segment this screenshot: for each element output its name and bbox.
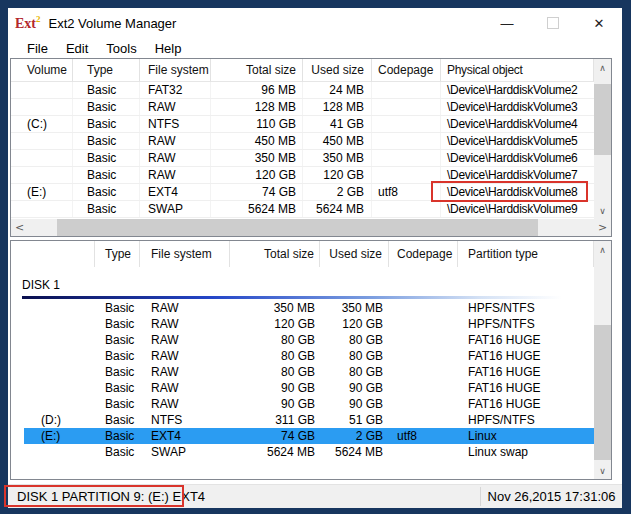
disks-table-row[interactable]: BasicRAW90 GB90 GBFAT16 HUGE xyxy=(11,380,594,396)
disks-cell-partition-type: FAT16 HUGE xyxy=(458,348,594,364)
disks-cell-total-size: 350 MB xyxy=(230,300,320,316)
volumes-column-header-codepage[interactable]: Codepage xyxy=(372,59,441,82)
disks-cell-partition-type: HPFS/NTFS xyxy=(458,316,594,332)
volumes-cell-volume: (E:) xyxy=(11,184,73,200)
volumes-cell-total-size: 110 GB xyxy=(211,116,303,132)
ext2-volume-manager-window: { "window": { "title": "Ext2 Volume Mana… xyxy=(0,0,631,514)
volumes-table-row[interactable]: BasicFAT3296 MB24 MB\Device\HarddiskVolu… xyxy=(11,82,594,99)
disks-vertical-scrollbar[interactable]: ∧ ∨ xyxy=(594,241,611,479)
disks-column-header-used-size[interactable]: Used size xyxy=(320,241,389,267)
disks-table-row[interactable]: BasicSWAP5624 MB5624 MBLinux swap xyxy=(11,444,594,460)
scroll-up-icon[interactable]: ∧ xyxy=(594,59,611,76)
volumes-cell-physical-object: \Device\HarddiskVolume3 xyxy=(441,99,594,115)
menu-file[interactable]: File xyxy=(18,38,57,58)
disks-table-row[interactable]: BasicRAW350 MB350 MBHPFS/NTFS xyxy=(11,300,594,316)
disks-table-row[interactable]: BasicRAW90 GB90 GBFAT16 HUGE xyxy=(11,396,594,412)
volumes-cell-codepage xyxy=(372,150,441,166)
disks-column-header-file-system[interactable]: File system xyxy=(140,241,230,267)
disks-cell-partition-type: Linux swap xyxy=(458,444,594,460)
volumes-table-row[interactable]: BasicSWAP5624 MB5624 MB\Device\HarddiskV… xyxy=(11,201,594,218)
disks-cell-partition-type: HPFS/NTFS xyxy=(458,412,594,428)
disks-cell-type: Basic xyxy=(95,444,140,460)
disks-column-header-codepage[interactable]: Codepage xyxy=(389,241,458,267)
disks-cell-total-size: 90 GB xyxy=(230,396,320,412)
disks-header: TypeFile systemTotal sizeUsed sizeCodepa… xyxy=(11,241,594,267)
volumes-table-row[interactable]: BasicRAW350 MB350 MB\Device\HarddiskVolu… xyxy=(11,150,594,167)
disks-cell-volume: (D:) xyxy=(11,412,95,428)
disks-cell-file-system: NTFS xyxy=(140,412,230,428)
volumes-cell-type: Basic xyxy=(73,167,140,183)
volumes-column-header-physical-object[interactable]: Physical object xyxy=(441,59,594,82)
volumes-cell-physical-object: \Device\HarddiskVolume2 xyxy=(441,82,594,98)
disks-cell-codepage xyxy=(389,316,458,332)
volumes-cell-volume xyxy=(11,150,73,166)
volumes-cell-type: Basic xyxy=(73,82,140,98)
volumes-column-header-used-size[interactable]: Used size xyxy=(303,59,372,82)
scroll-right-icon[interactable]: > xyxy=(594,219,611,236)
disks-cell-file-system: SWAP xyxy=(140,444,230,460)
close-icon: ✕ xyxy=(594,16,605,31)
scroll-up-icon[interactable]: ∧ xyxy=(594,241,611,258)
disks-cell-used-size: 5624 MB xyxy=(320,444,389,460)
volumes-cell-file-system: RAW xyxy=(140,99,211,115)
disks-table-row[interactable]: (E:)BasicEXT474 GB2 GButf8Linux xyxy=(11,428,594,444)
menu-help[interactable]: Help xyxy=(146,38,191,58)
menu-edit[interactable]: Edit xyxy=(57,38,97,58)
disks-table-row[interactable]: (D:)BasicNTFS311 GB51 GBHPFS/NTFS xyxy=(11,412,594,428)
volumes-table-row[interactable]: BasicRAW120 GB120 GB\Device\HarddiskVolu… xyxy=(11,167,594,184)
disks-rows: BasicRAW350 MB350 MBHPFS/NTFSBasicRAW120… xyxy=(11,300,594,460)
volumes-vscroll-thumb[interactable] xyxy=(594,84,611,155)
disks-table-row[interactable]: BasicRAW120 GB120 GBHPFS/NTFS xyxy=(11,316,594,332)
disks-table-row[interactable]: BasicRAW80 GB80 GBFAT16 HUGE xyxy=(11,364,594,380)
disks-cell-file-system: RAW xyxy=(140,364,230,380)
volumes-cell-used-size: 450 MB xyxy=(303,133,372,149)
volumes-table-row[interactable]: (C:)BasicNTFS110 GB41 GB\Device\Harddisk… xyxy=(11,116,594,133)
volumes-cell-type: Basic xyxy=(73,116,140,132)
disks-column-header-type[interactable]: Type xyxy=(95,241,140,267)
volumes-table-row[interactable]: BasicRAW128 MB128 MB\Device\HarddiskVolu… xyxy=(11,99,594,116)
disks-cell-volume xyxy=(11,444,95,460)
maximize-button[interactable] xyxy=(530,8,576,38)
volumes-cell-codepage xyxy=(372,82,441,98)
volumes-hscroll-thumb[interactable] xyxy=(57,219,538,236)
volumes-header: VolumeTypeFile systemTotal sizeUsed size… xyxy=(11,59,594,82)
volumes-table-row[interactable]: BasicRAW450 MB450 MB\Device\HarddiskVolu… xyxy=(11,133,594,150)
volumes-cell-type: Basic xyxy=(73,133,140,149)
volumes-vertical-scrollbar[interactable]: ∧ ∨ xyxy=(594,59,611,219)
disks-column-header-total-size[interactable]: Total size xyxy=(230,241,320,267)
disks-vscroll-thumb[interactable] xyxy=(594,325,611,460)
disks-cell-used-size: 51 GB xyxy=(320,412,389,428)
disks-cell-total-size: 120 GB xyxy=(230,316,320,332)
scroll-down-icon[interactable]: ∨ xyxy=(594,462,611,479)
volumes-cell-volume xyxy=(11,82,73,98)
volumes-cell-file-system: EXT4 xyxy=(140,184,211,200)
disks-column-header-partition-type[interactable]: Partition type xyxy=(458,241,594,267)
volumes-column-header-file-system[interactable]: File system xyxy=(140,59,211,82)
disks-table-row[interactable]: BasicRAW80 GB80 GBFAT16 HUGE xyxy=(11,348,594,364)
volumes-column-header-total-size[interactable]: Total size xyxy=(211,59,303,82)
scroll-left-icon[interactable]: < xyxy=(11,219,28,236)
disks-cell-total-size: 90 GB xyxy=(230,380,320,396)
disks-cell-partition-type: FAT16 HUGE xyxy=(458,380,594,396)
disks-cell-volume xyxy=(11,396,95,412)
disks-cell-file-system: RAW xyxy=(140,348,230,364)
volumes-table-row[interactable]: (E:)BasicEXT474 GB2 GButf8\Device\Harddi… xyxy=(11,184,594,201)
disks-cell-codepage xyxy=(389,444,458,460)
disks-cell-volume xyxy=(11,380,95,396)
scroll-down-icon[interactable]: ∨ xyxy=(594,202,611,219)
minimize-button[interactable]: — xyxy=(484,8,530,38)
disks-cell-volume xyxy=(11,316,95,332)
volumes-cell-total-size: 120 GB xyxy=(211,167,303,183)
disks-cell-codepage xyxy=(389,348,458,364)
disks-table-row[interactable]: BasicRAW80 GB80 GBFAT16 HUGE xyxy=(11,332,594,348)
menu-tools[interactable]: Tools xyxy=(97,38,145,58)
status-bar: DISK 1 PARTITION 9: (E:) EXT4 Nov 26,201… xyxy=(8,484,622,508)
disks-cell-partition-type: FAT16 HUGE xyxy=(458,332,594,348)
close-button[interactable]: ✕ xyxy=(576,8,622,38)
volumes-horizontal-scrollbar[interactable]: < > xyxy=(11,219,611,236)
disks-cell-file-system: RAW xyxy=(140,332,230,348)
volumes-column-header-volume[interactable]: Volume xyxy=(11,59,73,82)
disks-column-header-volume[interactable] xyxy=(11,241,95,267)
volumes-column-header-type[interactable]: Type xyxy=(73,59,140,82)
volumes-cell-type: Basic xyxy=(73,99,140,115)
